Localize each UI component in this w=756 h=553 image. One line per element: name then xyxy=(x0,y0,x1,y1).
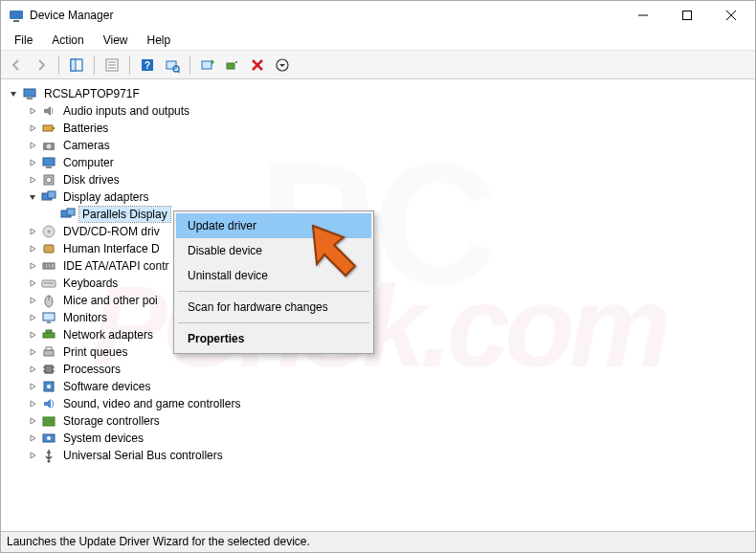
close-button[interactable] xyxy=(709,1,753,30)
chevron-down-icon[interactable] xyxy=(26,190,39,204)
monitor-icon xyxy=(41,310,56,325)
chevron-right-icon[interactable] xyxy=(26,380,39,393)
chevron-right-icon[interactable] xyxy=(26,397,39,410)
tree-category-node[interactable]: Print queues xyxy=(26,343,753,361)
chevron-right-icon[interactable] xyxy=(26,139,39,152)
tree-category-node[interactable]: Universal Serial Bus controllers xyxy=(26,447,753,464)
chevron-right-icon[interactable] xyxy=(26,294,39,307)
context-menu-item[interactable]: Disable device xyxy=(176,238,371,263)
tree-category-node[interactable]: Cameras xyxy=(26,137,753,154)
disk-icon xyxy=(41,172,56,188)
toolbar-disable-button[interactable] xyxy=(246,54,269,77)
chevron-right-icon[interactable] xyxy=(26,242,39,255)
tree-category-node[interactable]: Sound, video and game controllers xyxy=(26,395,753,412)
tree-category-node[interactable]: Disk drives xyxy=(26,171,753,188)
tree-category-node[interactable]: Keyboards xyxy=(26,275,753,292)
svg-rect-36 xyxy=(67,209,75,215)
toolbar-properties-button[interactable] xyxy=(100,54,123,77)
tree-category-label: Network adapters xyxy=(60,327,156,343)
maximize-button[interactable] xyxy=(665,1,709,30)
system-icon xyxy=(41,431,56,446)
tree-category-node[interactable]: Audio inputs and outputs xyxy=(26,102,753,120)
chevron-right-icon[interactable] xyxy=(26,449,39,462)
menu-file[interactable]: File xyxy=(5,32,42,49)
toolbar-back-button[interactable] xyxy=(5,54,28,77)
svg-rect-0 xyxy=(10,11,23,19)
sound-icon xyxy=(41,396,56,411)
tree-category-node[interactable]: Display adapters xyxy=(26,188,753,206)
tree-root-node[interactable]: RCSLAPTOP971F xyxy=(7,85,753,102)
tree-category-label: Human Interface D xyxy=(60,241,163,256)
tree-category-label: Batteries xyxy=(60,121,111,136)
tree-category-node[interactable]: Software devices xyxy=(26,378,753,395)
svg-rect-50 xyxy=(43,333,55,338)
keyboard-icon xyxy=(41,276,56,291)
toolbar-update-driver-button[interactable] xyxy=(196,54,219,77)
menu-view[interactable]: View xyxy=(94,32,138,49)
svg-rect-7 xyxy=(71,59,76,71)
menu-action[interactable]: Action xyxy=(42,32,93,49)
context-menu-item[interactable]: Scan for hardware changes xyxy=(176,295,371,320)
tree-category-node[interactable]: Batteries xyxy=(26,120,753,137)
device-manager-window: Device Manager File Action View Help xyxy=(0,0,756,553)
usb-icon xyxy=(41,448,56,463)
tree-device-label: Parallels Display xyxy=(79,207,170,222)
mouse-icon xyxy=(41,293,56,308)
storage-icon xyxy=(41,413,56,429)
toolbar-separator xyxy=(129,55,130,75)
chevron-right-icon[interactable] xyxy=(26,363,39,376)
svg-rect-34 xyxy=(48,191,56,198)
toolbar-help-button[interactable]: ? xyxy=(136,54,159,77)
tree-category-label: Software devices xyxy=(60,379,153,394)
tree-category-label: Universal Serial Bus controllers xyxy=(60,448,226,463)
svg-rect-62 xyxy=(43,422,55,426)
chevron-right-icon[interactable] xyxy=(26,328,39,342)
tree-view[interactable]: PC PCrisk.com RCSLAPTOP971FAudio inputs … xyxy=(1,79,755,531)
menu-help[interactable]: Help xyxy=(138,32,181,49)
chevron-right-icon[interactable] xyxy=(26,259,39,273)
svg-rect-3 xyxy=(683,11,692,20)
tree-category-node[interactable]: System devices xyxy=(26,430,753,447)
svg-rect-39 xyxy=(44,245,54,253)
svg-point-28 xyxy=(47,144,52,149)
toolbar-uninstall-button[interactable] xyxy=(221,54,244,77)
chevron-right-icon[interactable] xyxy=(26,156,39,169)
tree-category-label: Disk drives xyxy=(60,172,122,188)
tree-category-label: Cameras xyxy=(60,138,113,153)
tree-category-node[interactable]: Network adapters xyxy=(26,326,753,343)
minimize-button[interactable] xyxy=(621,1,665,30)
tree-category-node[interactable]: Human Interface D xyxy=(26,240,753,257)
context-menu-item[interactable]: Properties xyxy=(176,326,371,351)
chevron-right-icon[interactable] xyxy=(26,414,39,428)
chevron-right-icon[interactable] xyxy=(26,122,39,135)
chevron-right-icon[interactable] xyxy=(26,225,39,238)
tree-category-node[interactable]: Monitors xyxy=(26,309,753,326)
tree-category-node[interactable]: Mice and other poi xyxy=(26,292,753,309)
chevron-right-icon[interactable] xyxy=(26,345,39,359)
svg-rect-14 xyxy=(167,61,176,69)
computer-icon xyxy=(41,155,56,170)
tree-category-label: Print queues xyxy=(60,344,130,360)
tree-category-label: DVD/CD-ROM driv xyxy=(60,224,163,239)
chevron-right-icon[interactable] xyxy=(26,104,39,118)
tree-category-node[interactable]: Computer xyxy=(26,154,753,171)
toolbar-action-button[interactable] xyxy=(271,54,294,77)
chevron-right-icon[interactable] xyxy=(26,311,39,324)
context-menu-item[interactable]: Uninstall device xyxy=(176,263,371,288)
chevron-right-icon[interactable] xyxy=(26,276,39,290)
tree-category-node[interactable]: Processors xyxy=(26,361,753,378)
context-menu-item[interactable]: Update driver xyxy=(176,213,371,238)
toolbar-forward-button[interactable] xyxy=(30,54,53,77)
svg-point-65 xyxy=(48,460,51,463)
tree-category-node[interactable]: DVD/CD-ROM driv xyxy=(26,223,753,240)
chevron-down-icon[interactable] xyxy=(7,87,20,100)
toolbar-show-hidden-button[interactable] xyxy=(65,54,88,77)
context-menu-separator xyxy=(178,322,369,323)
svg-rect-51 xyxy=(46,330,52,333)
tree-category-node[interactable]: IDE ATA/ATAPI contr xyxy=(26,257,753,275)
chevron-right-icon[interactable] xyxy=(26,173,39,187)
toolbar-scan-button[interactable] xyxy=(161,54,184,77)
tree-device-node[interactable]: Parallels Display xyxy=(45,206,753,223)
tree-category-node[interactable]: Storage controllers xyxy=(26,412,753,430)
chevron-right-icon[interactable] xyxy=(26,431,39,445)
